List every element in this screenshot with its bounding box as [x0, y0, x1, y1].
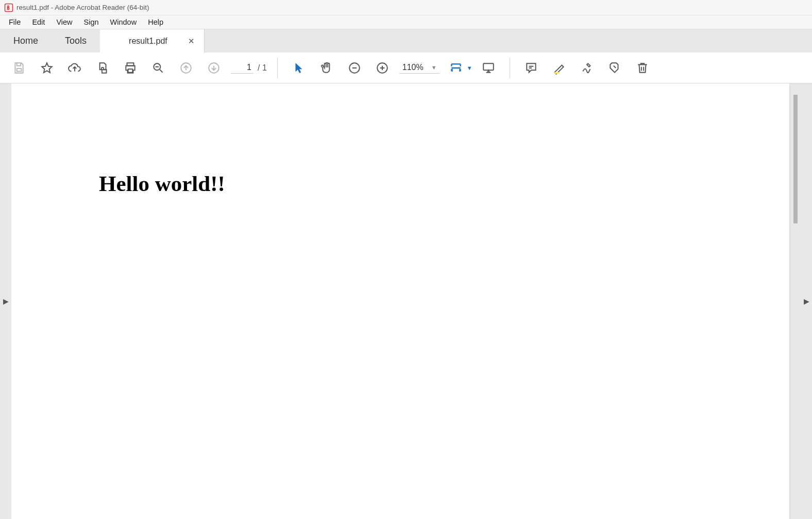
menu-bar: File Edit View Sign Window Help: [0, 15, 812, 29]
hand-tool-icon[interactable]: [315, 57, 338, 79]
fit-width-icon: [448, 57, 464, 79]
cloud-upload-icon[interactable]: [63, 57, 86, 79]
document-heading: Hello world!!: [99, 171, 789, 196]
window-title: result1.pdf - Adobe Acrobat Reader (64-b…: [16, 4, 149, 11]
tab-bar: Home Tools result1.pdf ✕: [0, 29, 812, 53]
read-mode-icon[interactable]: [477, 57, 500, 79]
chevron-down-icon: ▼: [431, 64, 437, 71]
zoom-out-icon[interactable]: [343, 57, 366, 79]
zoom-value: 110%: [402, 63, 428, 72]
print-icon[interactable]: [119, 57, 142, 79]
chevron-down-icon: ▼: [467, 65, 472, 71]
page-number-group: / 1: [231, 62, 267, 74]
star-icon[interactable]: [36, 57, 58, 79]
secure-file-icon[interactable]: [91, 57, 114, 79]
menu-file[interactable]: File: [3, 16, 26, 28]
menu-edit[interactable]: Edit: [26, 16, 50, 28]
chevron-right-icon: ▶: [804, 297, 809, 305]
stamp-icon[interactable]: [603, 57, 626, 79]
previous-page-icon[interactable]: [175, 57, 197, 79]
comment-icon[interactable]: [520, 57, 543, 79]
tab-document[interactable]: result1.pdf ✕: [100, 29, 205, 53]
zoom-in-icon[interactable]: [371, 57, 394, 79]
toolbar-separator: [277, 57, 278, 79]
svg-rect-4: [128, 69, 133, 73]
find-icon[interactable]: [147, 57, 170, 79]
left-panel-toggle[interactable]: ▶: [0, 83, 11, 519]
delete-icon[interactable]: [631, 57, 654, 79]
highlight-icon[interactable]: [548, 57, 570, 79]
tab-home[interactable]: Home: [0, 29, 52, 53]
chevron-right-icon: ▶: [3, 297, 9, 305]
menu-view[interactable]: View: [50, 16, 78, 28]
page-number-input[interactable]: [231, 62, 253, 74]
document-page: Hello world!!: [11, 83, 789, 519]
toolbar: / 1 110% ▼ ▼: [0, 53, 812, 83]
zoom-dropdown[interactable]: 110% ▼: [399, 62, 440, 74]
sign-icon[interactable]: [576, 57, 598, 79]
tab-close-icon[interactable]: ✕: [186, 36, 197, 46]
right-panel-toggle[interactable]: ▶: [801, 83, 812, 519]
tab-document-label: result1.pdf: [129, 37, 167, 46]
selection-tool-icon[interactable]: [287, 57, 310, 79]
next-page-icon[interactable]: [202, 57, 225, 79]
menu-help[interactable]: Help: [142, 16, 169, 28]
acrobat-icon: [4, 3, 13, 12]
fit-width-group[interactable]: ▼: [445, 57, 472, 79]
vertical-scrollbar[interactable]: [793, 95, 798, 223]
document-viewport[interactable]: Hello world!!: [11, 83, 801, 519]
tab-tools[interactable]: Tools: [52, 29, 100, 53]
menu-window[interactable]: Window: [105, 16, 143, 28]
page-total-label: / 1: [258, 63, 267, 73]
svg-rect-2: [102, 70, 107, 73]
window-title-bar: result1.pdf - Adobe Acrobat Reader (64-b…: [0, 0, 812, 15]
content-area: ▶ Hello world!! ▶: [0, 83, 812, 519]
save-icon[interactable]: [8, 57, 30, 79]
toolbar-separator: [510, 57, 510, 79]
menu-sign[interactable]: Sign: [78, 16, 105, 28]
svg-rect-1: [17, 68, 22, 71]
